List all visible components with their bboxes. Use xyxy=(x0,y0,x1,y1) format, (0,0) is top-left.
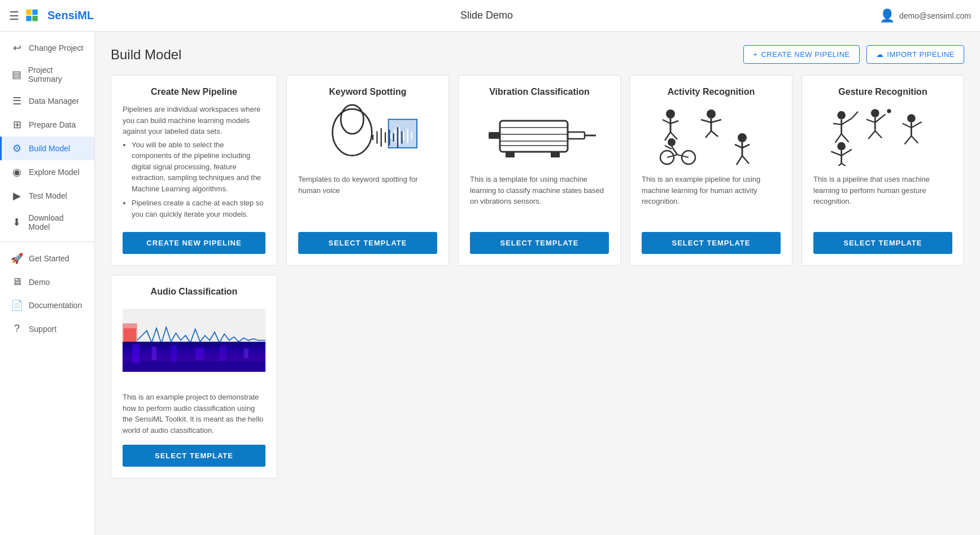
svg-line-61 xyxy=(835,134,842,143)
sidebar-item-explore-model[interactable]: ◉ Explore Model xyxy=(0,160,94,184)
svg-line-79 xyxy=(842,150,852,156)
import-pipeline-button[interactable]: ☁ IMPORT PIPELINE xyxy=(866,45,964,64)
logo-text: SensiML xyxy=(47,9,94,22)
gesture-svg xyxy=(813,104,952,166)
sidebar-item-download-model[interactable]: ⬇ Download Model xyxy=(0,208,94,237)
svg-point-76 xyxy=(837,142,846,151)
test-model-icon: ▶ xyxy=(11,190,23,202)
sidebar-label-documentation: Documentation xyxy=(29,301,82,310)
vibration-classification-title: Vibration Classification xyxy=(470,87,609,97)
card-create-new-pipeline: Create New Pipeline Pipelines are indivi… xyxy=(111,75,277,266)
sidebar-label-support: Support xyxy=(29,324,56,334)
svg-rect-14 xyxy=(389,120,417,148)
create-new-pipeline-card-button[interactable]: CREATE NEW PIPELINE xyxy=(123,232,265,254)
sidebar-label-get-started: Get Started xyxy=(29,254,69,263)
sidebar-item-get-started[interactable]: 🚀 Get Started xyxy=(0,247,94,270)
gesture-recognition-image xyxy=(813,104,952,166)
main-content: Build Model + CREATE NEW PIPELINE ☁ IMPO… xyxy=(95,32,980,535)
audio-svg xyxy=(123,304,265,377)
topbar: ☰ SensiML Slide Demo 👤 demo@sensiml.com xyxy=(0,0,980,32)
svg-line-78 xyxy=(831,151,841,155)
svg-rect-97 xyxy=(195,348,204,359)
support-icon: ? xyxy=(11,323,23,335)
svg-line-60 xyxy=(833,124,842,125)
sidebar-item-demo[interactable]: 🖥 Demo xyxy=(0,270,94,293)
svg-point-43 xyxy=(668,138,676,146)
sidebar-label-explore-model: Explore Model xyxy=(29,168,80,177)
svg-line-72 xyxy=(903,124,912,128)
sidebar-label-prepare-data: Prepare Data xyxy=(29,120,76,129)
svg-rect-95 xyxy=(151,347,156,360)
sidebar-label-data-manager: Data Manager xyxy=(29,97,79,106)
sidebar-item-support[interactable]: ? Support xyxy=(0,317,94,340)
svg-rect-1 xyxy=(32,10,37,15)
get-started-icon: 🚀 xyxy=(11,252,23,265)
keyword-spotting-button[interactable]: SELECT TEMPLATE xyxy=(298,232,437,254)
sidebar-label-project-summary: Project Summary xyxy=(28,65,85,84)
audio-classification-button[interactable]: SELECT TEMPLATE xyxy=(123,445,265,467)
svg-line-40 xyxy=(711,120,721,122)
svg-rect-27 xyxy=(568,132,585,139)
explore-model-icon: ◉ xyxy=(11,166,23,178)
activity-recognition-button[interactable]: SELECT TEMPLATE xyxy=(642,232,781,254)
vibration-classification-description: This is a template for using machine lea… xyxy=(470,174,609,223)
create-pipeline-card-title: Create New Pipeline xyxy=(123,87,265,97)
page-header: Build Model + CREATE NEW PIPELINE ☁ IMPO… xyxy=(111,45,964,64)
svg-point-4 xyxy=(333,109,372,155)
svg-rect-26 xyxy=(489,132,500,139)
svg-line-55 xyxy=(742,156,749,164)
svg-line-68 xyxy=(868,131,875,139)
topbar-right: 👤 demo@sensiml.com xyxy=(879,8,971,23)
create-pipeline-label: CREATE NEW PIPELINE xyxy=(761,50,850,59)
demo-icon: 🖥 xyxy=(11,276,23,288)
svg-rect-30 xyxy=(551,152,560,157)
cards-row-1: Create New Pipeline Pipelines are indivi… xyxy=(111,75,964,266)
create-new-pipeline-button[interactable]: + CREATE NEW PIPELINE xyxy=(743,45,859,64)
svg-rect-86 xyxy=(123,344,265,348)
cards-row-2: Audio Classification xyxy=(111,275,964,479)
account-icon: 👤 xyxy=(879,8,895,23)
svg-rect-98 xyxy=(220,345,227,361)
sidebar-item-documentation[interactable]: 📄 Documentation xyxy=(0,293,94,317)
svg-line-42 xyxy=(711,131,718,137)
logo-icon xyxy=(26,10,44,22)
svg-line-52 xyxy=(735,144,742,148)
card-vibration-classification: Vibration Classification xyxy=(458,75,621,266)
svg-rect-99 xyxy=(243,349,249,358)
keyword-spotting-svg xyxy=(298,104,437,166)
svg-line-47 xyxy=(667,155,677,157)
documentation-icon: 📄 xyxy=(11,299,23,312)
svg-rect-92 xyxy=(123,359,265,361)
svg-line-75 xyxy=(911,136,918,143)
sidebar-item-build-model[interactable]: ⚙ Build Model xyxy=(0,137,94,160)
sidebar-item-change-project[interactable]: ↩ Change Project xyxy=(0,36,94,60)
gesture-recognition-button[interactable]: SELECT TEMPLATE xyxy=(813,232,952,254)
topbar-left: ☰ SensiML xyxy=(9,9,94,23)
create-pipeline-description: Pipelines are individual workspaces wher… xyxy=(123,104,265,223)
hamburger-icon[interactable]: ☰ xyxy=(9,9,19,23)
activity-recognition-title: Activity Recognition xyxy=(642,87,781,97)
svg-point-67 xyxy=(887,109,891,113)
download-model-icon: ⬇ xyxy=(11,216,23,229)
audio-classification-image xyxy=(123,304,265,377)
import-pipeline-label: IMPORT PIPELINE xyxy=(887,50,955,59)
sidebar-item-data-manager[interactable]: ☰ Data Manager xyxy=(0,89,94,113)
svg-line-74 xyxy=(905,136,912,144)
sidebar-label-download-model: Download Model xyxy=(28,213,85,231)
vibration-classification-button[interactable]: SELECT TEMPLATE xyxy=(470,232,609,254)
sidebar-item-project-summary[interactable]: ▤ Project Summary xyxy=(0,60,94,89)
activity-recognition-image xyxy=(642,104,781,166)
card-audio-classification: Audio Classification xyxy=(111,275,277,479)
svg-point-56 xyxy=(837,111,846,120)
svg-rect-94 xyxy=(132,344,140,363)
svg-line-73 xyxy=(911,122,921,128)
svg-line-53 xyxy=(742,144,750,148)
svg-line-69 xyxy=(875,131,882,138)
svg-line-39 xyxy=(701,120,711,122)
svg-rect-21 xyxy=(500,121,568,152)
svg-rect-3 xyxy=(32,16,37,21)
svg-point-50 xyxy=(738,133,747,142)
audio-classification-title: Audio Classification xyxy=(123,287,265,297)
sidebar-item-prepare-data[interactable]: ⊞ Prepare Data xyxy=(0,113,94,137)
sidebar-item-test-model[interactable]: ▶ Test Model xyxy=(0,184,94,208)
